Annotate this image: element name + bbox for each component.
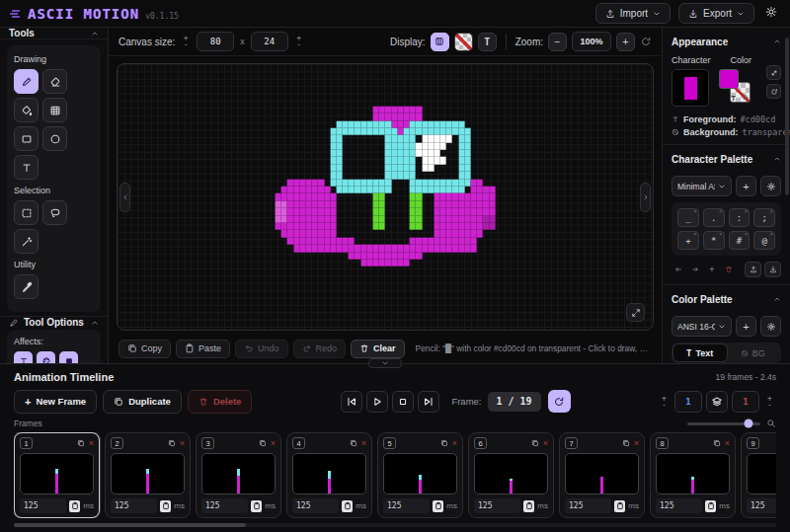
copy-button[interactable]: Copy — [118, 340, 171, 358]
delete-frame-icon[interactable]: × — [634, 439, 639, 448]
palette-add-button[interactable]: + — [705, 263, 719, 276]
onion-count-stepper[interactable]: +- — [763, 391, 776, 413]
tool-eyedropper-button[interactable] — [14, 274, 39, 299]
color-palette-settings-button[interactable] — [760, 316, 781, 337]
thumbnail-size-slider[interactable] — [687, 422, 760, 425]
toggle-character-button[interactable]: T — [478, 33, 497, 51]
duplicate-frame-icon[interactable] — [259, 439, 267, 447]
frame-card-4[interactable]: 4×125ms — [286, 432, 372, 518]
duplicate-frame-icon[interactable] — [168, 439, 176, 447]
tool-rect-select-button[interactable] — [14, 200, 39, 225]
undo-button[interactable]: Undo — [235, 340, 288, 358]
color-palette-dropdown[interactable]: ANSI 16-Colo — [672, 316, 732, 337]
frame-thumbnail[interactable] — [383, 453, 457, 494]
frame-thumbnail[interactable] — [201, 453, 276, 494]
play-button[interactable] — [366, 391, 388, 413]
frame-thumbnail[interactable] — [656, 453, 730, 494]
frame-duration-input[interactable]: 125 — [383, 498, 430, 513]
frame-duration-input[interactable]: 125 — [747, 498, 776, 513]
remove-char-icon[interactable]: × — [745, 208, 749, 214]
zoom-reset-icon[interactable] — [640, 36, 652, 47]
character-palette-section-header[interactable]: Character Palette — [672, 145, 781, 173]
duplicate-frame-icon[interactable] — [713, 439, 721, 447]
character-palette-settings-button[interactable] — [760, 176, 781, 196]
zoom-out-button[interactable]: − — [548, 33, 567, 51]
scroll-right-button[interactable] — [640, 183, 651, 212]
toggle-grid-button[interactable] — [431, 33, 449, 51]
zoom-in-button[interactable]: + — [616, 33, 635, 51]
add-character-palette-button[interactable]: + — [736, 176, 756, 196]
add-color-palette-button[interactable]: + — [736, 316, 756, 337]
palette-char-button[interactable]: +× — [677, 231, 699, 250]
redo-button[interactable]: Redo — [293, 340, 347, 358]
frame-duration-input[interactable]: 125 — [474, 498, 520, 513]
duplicate-frame-icon[interactable] — [531, 439, 539, 447]
sidebar-scrollbar[interactable] — [785, 38, 789, 195]
delete-frame-icon[interactable]: × — [89, 439, 94, 448]
appearance-section-header[interactable]: Appearance — [672, 28, 781, 55]
onion-skin-button[interactable] — [706, 391, 728, 413]
bg-color-tab[interactable]: BG — [727, 344, 780, 361]
ascii-canvas[interactable] — [117, 63, 654, 331]
tool-rectangle-button[interactable] — [14, 126, 39, 151]
frames-scrollbar[interactable] — [14, 523, 776, 527]
canvas-height-input[interactable]: 24 — [251, 32, 288, 51]
collapse-timeline-tab[interactable] — [368, 358, 402, 368]
palette-char-button[interactable]: @× — [753, 231, 775, 250]
palette-delete-button[interactable] — [722, 263, 736, 276]
character-palette-dropdown[interactable]: Minimal ASC — [672, 176, 732, 196]
delete-frame-icon[interactable]: × — [180, 439, 185, 448]
next-frames-count[interactable]: 1 — [732, 391, 759, 413]
apply-duration-icon[interactable] — [614, 500, 625, 512]
reset-colors-button[interactable] — [766, 84, 781, 99]
frame-duration-input[interactable]: 125 — [20, 498, 66, 513]
delete-frame-icon[interactable]: × — [543, 439, 548, 448]
frame-card-9[interactable]: 9×125ms — [741, 432, 776, 518]
duplicate-frame-icon[interactable] — [622, 439, 630, 447]
frame-card-5[interactable]: 5×125ms — [377, 432, 463, 518]
tool-eraser-button[interactable] — [42, 69, 67, 94]
frame-duration-input[interactable]: 125 — [656, 498, 702, 513]
color-palette-section-header[interactable]: Color Palette — [672, 285, 781, 313]
palette-import-button[interactable] — [745, 262, 761, 277]
frame-card-7[interactable]: 7×125ms — [559, 432, 645, 518]
delete-frame-icon[interactable]: × — [452, 439, 457, 448]
duplicate-frame-icon[interactable] — [440, 439, 448, 447]
frames-scrollbar-thumb[interactable] — [14, 523, 246, 527]
clear-button[interactable]: Clear — [351, 340, 405, 358]
palette-char-button[interactable]: *× — [703, 231, 725, 250]
frame-duration-input[interactable]: 125 — [111, 498, 157, 513]
tool-text-button[interactable] — [14, 155, 39, 180]
tool-pencil-button[interactable] — [14, 69, 39, 94]
apply-duration-icon[interactable] — [342, 500, 353, 512]
remove-char-icon[interactable]: × — [719, 231, 723, 237]
tool-options-section-header[interactable]: Tool Options — [0, 316, 108, 328]
frame-thumbnail[interactable] — [292, 453, 366, 494]
remove-char-icon[interactable]: × — [769, 208, 773, 214]
tool-magic-wand-button[interactable] — [14, 229, 39, 254]
delete-frame-icon[interactable]: × — [361, 439, 366, 448]
palette-char-button[interactable]: #× — [729, 231, 750, 250]
tool-lasso-button[interactable] — [42, 200, 67, 225]
frame-card-6[interactable]: 6×125ms — [468, 432, 554, 518]
apply-duration-icon[interactable] — [251, 500, 262, 512]
frame-thumbnail[interactable] — [111, 453, 185, 494]
foreground-color-swatch[interactable] — [719, 69, 739, 89]
frame-thumbnail[interactable] — [747, 453, 776, 494]
skip-to-end-button[interactable] — [418, 391, 439, 413]
apply-duration-icon[interactable] — [160, 500, 171, 512]
export-button[interactable]: Export — [678, 3, 754, 24]
tool-pattern-brush-button[interactable] — [42, 98, 67, 122]
remove-char-icon[interactable]: × — [693, 208, 697, 214]
delete-frame-icon[interactable]: × — [271, 439, 276, 448]
slider-thumb[interactable] — [745, 419, 753, 428]
delete-frame-icon[interactable]: × — [725, 439, 730, 448]
frame-thumbnail[interactable] — [20, 453, 94, 494]
import-button[interactable]: Import — [595, 3, 671, 24]
swap-colors-button[interactable] — [766, 65, 781, 80]
fullscreen-canvas-button[interactable] — [626, 303, 645, 322]
duplicate-frame-button[interactable]: Duplicate — [103, 390, 182, 414]
layer-count-stepper[interactable]: +- — [658, 391, 671, 413]
duplicate-frame-icon[interactable] — [77, 439, 85, 447]
frame-duration-input[interactable]: 125 — [201, 498, 248, 513]
